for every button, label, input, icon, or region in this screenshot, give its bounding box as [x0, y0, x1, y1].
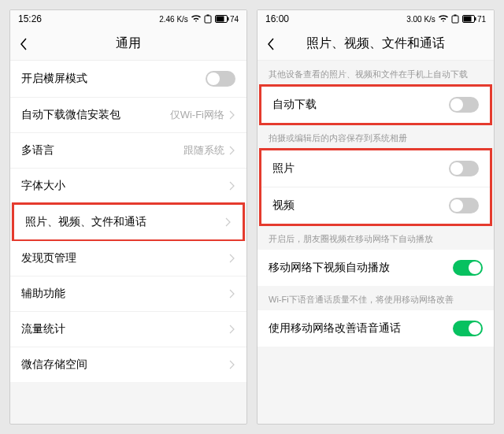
content: 其他设备查看的照片、视频和文件在手机上自动下载 自动下载 拍摄或编辑后的内容保存… — [258, 61, 494, 424]
row-label: 发现页管理 — [21, 251, 76, 265]
highlight-media-call: 照片、视频、文件和通话 — [12, 202, 245, 242]
row-label: 字体大小 — [21, 179, 65, 193]
chevron-right-icon — [229, 146, 235, 155]
status-net: 3.00 K/s — [406, 15, 435, 24]
battery-outline-icon — [204, 14, 212, 24]
chevron-right-icon — [225, 217, 232, 227]
battery-pct: 74 — [230, 15, 239, 24]
svg-rect-8 — [463, 17, 471, 22]
svg-rect-5 — [452, 16, 458, 23]
section-label-voip: Wi-Fi下语音通话质量不佳，将使用移动网络改善 — [258, 286, 494, 310]
svg-rect-9 — [475, 17, 476, 20]
chevron-right-icon — [229, 360, 235, 369]
section-label-autoplay: 开启后，朋友圈视频在移动网络下自动播放 — [258, 225, 494, 250]
battery-icon — [462, 15, 476, 23]
row-photo[interactable]: 照片 — [261, 150, 490, 187]
chevron-right-icon — [229, 289, 235, 299]
row-label: 视频 — [272, 198, 295, 213]
status-right: 3.00 K/s 71 — [406, 14, 486, 24]
row-autoplay[interactable]: 移动网络下视频自动播放 — [258, 250, 494, 286]
status-right: 2.46 K/s 74 — [159, 14, 239, 24]
row-label: 移动网络下视频自动播放 — [269, 261, 390, 275]
chevron-right-icon — [229, 110, 235, 120]
battery-outline-icon — [451, 14, 459, 24]
row-multilang[interactable]: 多语言 跟随系统 — [10, 133, 246, 169]
section-label-save-album: 拍摄或编辑后的内容保存到系统相册 — [258, 124, 494, 149]
status-time: 16:00 — [265, 13, 289, 24]
row-traffic[interactable]: 流量统计 — [10, 312, 246, 347]
row-label: 多语言 — [21, 143, 54, 158]
row-storage[interactable]: 微信存储空间 — [10, 347, 246, 382]
header: 通用 — [10, 28, 246, 61]
svg-rect-0 — [205, 16, 211, 23]
svg-rect-6 — [454, 15, 456, 17]
row-label: 开启横屏模式 — [21, 72, 87, 86]
row-value: 跟随系统 — [183, 143, 224, 158]
row-discover[interactable]: 发现页管理 — [10, 241, 246, 276]
row-auto-download-wx[interactable]: 自动下载微信安装包 仅Wi-Fi网络 — [10, 98, 246, 133]
row-font-size[interactable]: 字体大小 — [10, 169, 246, 203]
highlight-auto-download: 自动下载 — [259, 84, 492, 125]
row-value: 仅Wi-Fi网络 — [170, 108, 224, 122]
toggle-voip[interactable] — [453, 321, 483, 336]
phone-left: 15:26 2.46 K/s 74 通用 开启横屏模式 自动下载微信安装包 — [9, 9, 247, 425]
row-video[interactable]: 视频 — [261, 187, 490, 224]
status-bar: 16:00 3.00 K/s 71 — [258, 10, 494, 28]
svg-rect-4 — [228, 17, 229, 20]
row-voip[interactable]: 使用移动网络改善语音通话 — [258, 310, 494, 347]
battery-icon — [215, 15, 229, 23]
row-label: 流量统计 — [21, 322, 65, 336]
status-bar: 15:26 2.46 K/s 74 — [10, 10, 246, 28]
battery-pct: 71 — [477, 15, 486, 24]
row-label: 辅助功能 — [21, 287, 65, 301]
row-label: 照片 — [272, 161, 295, 176]
status-time: 15:26 — [18, 13, 42, 24]
toggle-autoplay[interactable] — [453, 260, 483, 276]
svg-rect-3 — [216, 17, 224, 22]
row-label: 照片、视频、文件和通话 — [25, 215, 146, 229]
row-label: 微信存储空间 — [21, 358, 87, 372]
toggle-video[interactable] — [449, 198, 479, 213]
highlight-photo-video: 照片 视频 — [259, 148, 492, 226]
wifi-icon — [439, 15, 448, 23]
header: 照片、视频、文件和通话 — [258, 28, 494, 61]
toggle-auto-download[interactable] — [449, 97, 479, 113]
row-label: 自动下载微信安装包 — [21, 108, 120, 122]
section-label-auto-download: 其他设备查看的照片、视频和文件在手机上自动下载 — [258, 61, 494, 85]
row-landscape[interactable]: 开启横屏模式 — [10, 61, 246, 98]
wifi-icon — [191, 15, 201, 23]
chevron-right-icon — [229, 325, 235, 334]
phone-right: 16:00 3.00 K/s 71 照片、视频、文件和通话 其他设备查看的照片、… — [257, 9, 495, 425]
page-title: 通用 — [20, 35, 237, 52]
row-accessibility[interactable]: 辅助功能 — [10, 276, 246, 312]
row-label: 使用移动网络改善语音通话 — [269, 321, 401, 336]
status-net: 2.46 K/s — [159, 15, 188, 24]
toggle-photo[interactable] — [449, 161, 479, 176]
chevron-right-icon — [229, 254, 235, 263]
svg-rect-1 — [206, 15, 209, 17]
row-auto-download[interactable]: 自动下载 — [261, 87, 490, 123]
page-title: 照片、视频、文件和通话 — [267, 35, 484, 52]
toggle-landscape[interactable] — [206, 71, 235, 87]
chevron-right-icon — [229, 181, 235, 191]
row-media-call[interactable]: 照片、视频、文件和通话 — [14, 205, 243, 239]
content: 开启横屏模式 自动下载微信安装包 仅Wi-Fi网络 多语言 跟随系统 字体大小 — [10, 61, 246, 424]
row-label: 自动下载 — [272, 98, 317, 112]
